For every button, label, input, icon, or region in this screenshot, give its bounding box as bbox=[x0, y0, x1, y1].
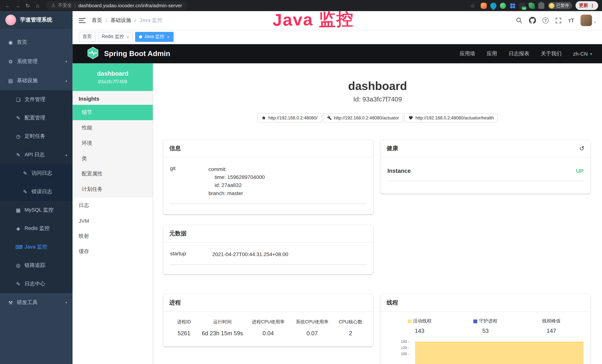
extensions-puzzle-icon[interactable] bbox=[538, 2, 544, 9]
sba-nav-applications[interactable]: 应用 bbox=[487, 50, 497, 57]
fullscreen-icon[interactable] bbox=[555, 17, 562, 23]
close-icon[interactable]: × bbox=[167, 34, 170, 39]
reload-icon[interactable]: ↻ bbox=[23, 1, 32, 10]
sidebar-item-tracing[interactable]: ◎ 链路追踪 bbox=[0, 256, 73, 274]
paused-extension-badge[interactable]: 已暂停 bbox=[548, 2, 572, 9]
breadcrumb-home[interactable]: 首页 bbox=[92, 17, 102, 24]
insights-group: Insights 细节 性能 环境 类 配置属性 计划任务 bbox=[73, 91, 153, 198]
legend-daemon-threads: 守护进程 bbox=[452, 318, 518, 324]
avatar-caret-icon: ▾ bbox=[594, 20, 596, 24]
sidebar-item-system-management[interactable]: ⚙ 系统管理 ▾ bbox=[0, 52, 73, 71]
app-logo-row[interactable]: 芋道管理系统 bbox=[0, 11, 73, 29]
extension-icon-orange[interactable] bbox=[481, 2, 487, 9]
tag-java-monitor[interactable]: Java 监控 × bbox=[135, 32, 173, 42]
legend-label: 活动线程 bbox=[413, 318, 431, 324]
process-cpu-value: 0.04 bbox=[246, 330, 290, 336]
sba-menu-jvm[interactable]: JVM bbox=[73, 213, 153, 228]
sidebar-item-home[interactable]: ◉ 首页 bbox=[0, 33, 73, 52]
sba-menu-logs[interactable]: 日志 bbox=[73, 198, 153, 213]
sba-menu-details[interactable]: 细节 bbox=[73, 105, 153, 120]
sba-menu-classes[interactable]: 类 bbox=[73, 151, 153, 166]
sidebar-item-error-logs[interactable]: ✎ 错误日志 bbox=[0, 182, 73, 201]
update-button[interactable]: 更新 ⋮ bbox=[575, 1, 598, 10]
redis-icon: ◈ bbox=[15, 226, 21, 231]
sba-nav-wallboard[interactable]: 应用墙 bbox=[460, 50, 475, 57]
api-logs-submenu: ✎ 访问日志 ✎ 错误日志 bbox=[0, 164, 73, 201]
browser-menu-kebab-icon[interactable]: ⋮ bbox=[590, 3, 595, 8]
clock-icon: ◷ bbox=[15, 134, 21, 139]
sidebar-item-label: 访问日志 bbox=[32, 170, 52, 177]
browser-home-icon[interactable]: ⌂ bbox=[33, 1, 42, 10]
sidebar-item-label: 基础设施 bbox=[17, 77, 38, 84]
health-heart-icon bbox=[409, 116, 413, 120]
tools-icon: ⚒ bbox=[8, 300, 13, 305]
health-instance-row[interactable]: Instance UP bbox=[387, 163, 584, 181]
extension-icon-green-circle[interactable] bbox=[500, 2, 506, 9]
instance-header[interactable]: dashboard 93a3fc7f7409 bbox=[73, 64, 153, 91]
sidebar-item-java-monitor[interactable]: ⌨ Java 监控 bbox=[0, 238, 73, 256]
process-col-header: CPU核心数 bbox=[334, 319, 367, 325]
sidebar-item-file-management[interactable]: ❏ 文件管理 bbox=[0, 90, 73, 109]
sidebar-item-infrastructure[interactable]: ▤ 基础设施 ▴ bbox=[0, 71, 73, 90]
gear-icon: ⚙ bbox=[8, 59, 13, 64]
sidebar-item-log-center[interactable]: ✎ 日志中心 bbox=[0, 275, 73, 293]
sidebar-item-api-logs[interactable]: ✎ API 日志 ▴ bbox=[0, 146, 73, 164]
sidebar-item-scheduled-jobs[interactable]: ◷ 定时任务 bbox=[0, 127, 73, 145]
sba-nav-about[interactable]: 关于我们 bbox=[541, 50, 562, 57]
sidebar-item-label: 定时任务 bbox=[25, 133, 45, 140]
sidebar-item-config-management[interactable]: ✎ 配置管理 bbox=[0, 109, 73, 127]
wrench-icon bbox=[327, 116, 332, 120]
sidebar-item-mysql-monitor[interactable]: ▦ MySQL 监控 bbox=[0, 201, 73, 219]
card-title: 元数据 bbox=[169, 230, 186, 237]
sidebar-item-dev-tools[interactable]: ⚒ 研发工具 ▾ bbox=[0, 293, 73, 312]
breadcrumb-infrastructure[interactable]: 基础设施 bbox=[110, 17, 131, 24]
instance-health-link[interactable]: http://192.168.0.2:48080/actuator/health bbox=[404, 113, 498, 123]
sba-menu-environment[interactable]: 环境 bbox=[73, 136, 153, 151]
sidebar-item-label: Java 监控 bbox=[25, 244, 47, 250]
search-icon[interactable] bbox=[516, 17, 522, 24]
sba-menu-performance[interactable]: 性能 bbox=[73, 120, 153, 136]
back-icon[interactable]: ← bbox=[3, 1, 12, 10]
extension-icon-blue-grid[interactable] bbox=[509, 2, 516, 9]
locale-select[interactable]: zh-CN ▾ bbox=[573, 51, 592, 57]
extension-icon-on-badge[interactable]: on bbox=[519, 2, 525, 9]
sba-menu-config-properties[interactable]: 配置属性 bbox=[73, 166, 153, 182]
sba-menu-scheduled-tasks[interactable]: 计划任务 bbox=[73, 182, 153, 197]
tag-label: Java 监控 bbox=[144, 33, 164, 40]
help-icon[interactable]: ? bbox=[542, 17, 548, 23]
security-warning-icon[interactable]: ⚠ bbox=[51, 3, 55, 8]
tag-redis-monitor[interactable]: Redis 监控 × bbox=[98, 32, 133, 42]
history-icon[interactable]: ↺ bbox=[579, 145, 584, 152]
github-icon[interactable] bbox=[529, 17, 536, 24]
security-label[interactable]: 不安全 bbox=[58, 2, 72, 9]
sba-menu-caches[interactable]: 缓存 bbox=[73, 244, 153, 259]
instance-home-link[interactable]: http://192.168.0.2:48080/ bbox=[257, 113, 322, 123]
sba-nav-journal[interactable]: 日志报表 bbox=[509, 50, 529, 57]
app-logo bbox=[5, 15, 16, 25]
log-icon: ✎ bbox=[15, 152, 21, 158]
breadcrumb-current: Java 监控 bbox=[140, 17, 162, 24]
active-tag-dot bbox=[139, 35, 142, 38]
link-url: http://192.168.0.2:48080/ bbox=[268, 116, 317, 120]
hamburger-icon[interactable] bbox=[79, 18, 86, 23]
bookmark-star-icon[interactable]: ☆ bbox=[468, 1, 477, 10]
forward-icon[interactable]: → bbox=[13, 1, 22, 10]
metadata-value: 2021-04-27T00:44:31.254+08:00 bbox=[212, 250, 366, 258]
instance-actuator-link[interactable]: http://192.168.0.2:48080/actuator bbox=[323, 113, 403, 123]
user-avatar[interactable] bbox=[581, 15, 592, 26]
extension-icon-green-leaf[interactable] bbox=[528, 2, 535, 9]
sba-menu-mappings[interactable]: 映射 bbox=[73, 228, 153, 244]
sidebar-menu: ◉ 首页 ⚙ 系统管理 ▾ ▤ 基础设施 ▴ ❏ 文件管理 bbox=[0, 29, 73, 364]
tag-home[interactable]: 首页 bbox=[79, 32, 96, 42]
address-bar[interactable]: ⚠ 不安全 | dashboard.yudao.iocoder.cn/infra… bbox=[46, 1, 187, 10]
sidebar-item-label: 日志中心 bbox=[25, 280, 45, 287]
close-icon[interactable]: × bbox=[127, 34, 129, 39]
navbar-actions: ? тT ▾ bbox=[516, 15, 596, 26]
extension-icon-teal-drop[interactable] bbox=[489, 1, 498, 10]
font-size-icon[interactable]: тT bbox=[568, 17, 574, 23]
address-url[interactable]: dashboard.yudao.iocoder.cn/infra/admin-s… bbox=[78, 3, 182, 8]
sidebar-item-redis-monitor[interactable]: ◈ Redis 监控 bbox=[0, 219, 73, 237]
sidebar-item-access-logs[interactable]: ✎ 访问日志 bbox=[0, 164, 73, 182]
process-col-header: 进程CPU使用率 bbox=[246, 319, 290, 325]
chevron-down-icon: ▾ bbox=[590, 52, 592, 56]
